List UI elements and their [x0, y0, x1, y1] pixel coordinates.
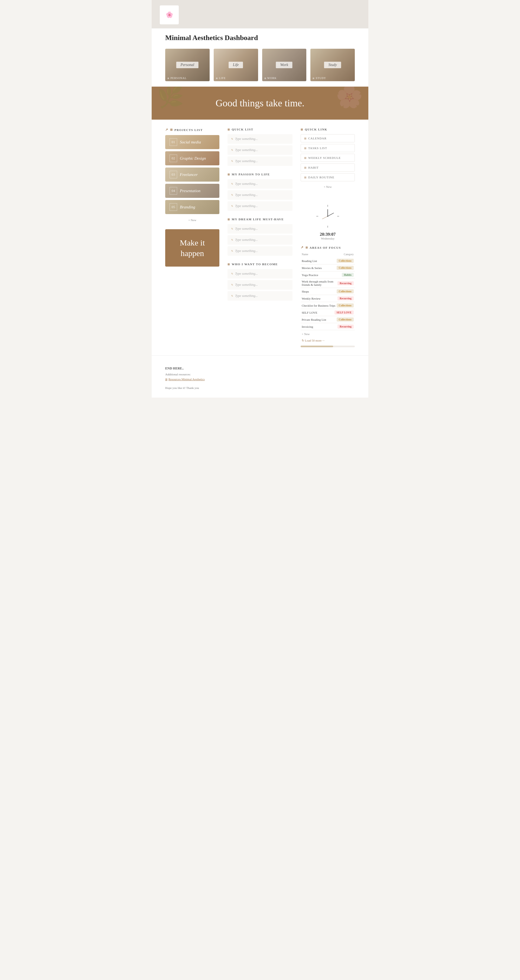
logo-icon: 🌸 [166, 11, 173, 18]
project-number-2: 02 [169, 154, 177, 162]
quick-links-title: ⊞ QUICK LINK [301, 128, 355, 131]
quick-link-tasks[interactable]: ⊞ TASKS LIST [301, 144, 355, 152]
card-study[interactable]: Study ⊞ Study [310, 49, 355, 81]
dream-life-item-3[interactable]: ✎ Type something... [228, 246, 292, 256]
area-badge-2: Collections [337, 266, 354, 270]
quick-link-habit[interactable]: ⊞ HABIT [301, 164, 355, 172]
list-check-icon-2: ✎ [231, 149, 233, 151]
quick-link-schedule-label: WEEKLY SCHEDULE [308, 156, 341, 159]
quick-list-item-3[interactable]: ✎ Type something... [228, 156, 292, 166]
svg-line-6 [322, 216, 328, 219]
banner-quote: Good things take time. [160, 97, 360, 109]
footer-end-label: END HERE.. [165, 366, 355, 371]
project-item-5[interactable]: 05 Branding [165, 200, 219, 214]
link-icon: ⊞ [165, 378, 167, 381]
svg-point-7 [327, 216, 328, 217]
project-item-3[interactable]: 03 Freelancer [165, 167, 219, 181]
footer-section: END HERE.. Additional resources: ⊞ Resou… [152, 355, 368, 398]
who-i-want-section: ⊞ WHO I WANT TO BECOME ✎ Type something.… [228, 262, 292, 301]
who-check-1: ✎ [231, 272, 233, 275]
card-study-label: Study [324, 62, 341, 68]
quick-list-item-1[interactable]: ✎ Type something... [228, 134, 292, 144]
main-title: Minimal Aesthetics Dashboard [165, 34, 355, 42]
clock-time: 20:39:07 [301, 232, 355, 237]
quick-links-add-new[interactable]: + New [301, 183, 355, 191]
quick-list-icon: ⊞ [228, 128, 230, 131]
areas-col-category: Category [344, 253, 354, 256]
area-row-10[interactable]: Invoicing Recurring [301, 323, 355, 330]
area-name-3: Yoga Practice [302, 274, 318, 277]
area-badge-10: Recurring [337, 325, 354, 329]
project-item-1[interactable]: 01 Social media [165, 135, 219, 149]
passion-item-2[interactable]: ✎ Type something... [228, 190, 292, 200]
dream-check-1: ✎ [231, 228, 233, 230]
area-row-6[interactable]: Weekly Review Recurring [301, 295, 355, 302]
area-row-9[interactable]: Private Reading List Collections [301, 316, 355, 323]
area-name-4: Work through emails from friends & famil… [302, 280, 337, 286]
projects-arrow-icon: ↗ [165, 128, 169, 132]
dream-life-item-2[interactable]: ✎ Type something... [228, 235, 292, 245]
areas-title: ↗ ⊞ Areas of focus [301, 245, 355, 250]
project-name-1: Social media [180, 140, 201, 145]
dream-text-3: Type something... [235, 249, 258, 253]
project-item-2[interactable]: 02 Graphic Design [165, 151, 219, 165]
area-row-2[interactable]: Movies & Series Collections [301, 264, 355, 272]
footer-resources-link[interactable]: ⊞ Resources Minimal Aesthetics [165, 377, 355, 381]
area-badge-4: Recurring [337, 281, 354, 285]
area-name-5: Shops [302, 290, 309, 293]
areas-col-name: Name [302, 253, 308, 256]
areas-section: ↗ ⊞ Areas of focus Name Category Reading… [301, 245, 355, 347]
clock-svg [314, 203, 341, 230]
projects-icon: ⊞ [170, 128, 173, 132]
area-name-1: Reading List [302, 259, 317, 262]
dream-life-item-1[interactable]: ✎ Type something... [228, 224, 292, 234]
who-i-want-item-3[interactable]: ✎ Type something... [228, 291, 292, 301]
who-i-want-item-1[interactable]: ✎ Type something... [228, 269, 292, 278]
dream-text-2: Type something... [235, 238, 258, 242]
passion-section: ⊞ MY PASSION TO LIFE ✎ Type something...… [228, 173, 292, 211]
passion-check-1: ✎ [231, 182, 233, 185]
passion-icon: ⊞ [228, 173, 230, 176]
areas-add-new[interactable]: + New [301, 330, 355, 338]
quick-link-schedule[interactable]: ⊞ WEEKLY SCHEDULE [301, 154, 355, 162]
who-i-want-item-2[interactable]: ✎ Type something... [228, 280, 292, 290]
dream-life-icon: ⊞ [228, 218, 230, 221]
areas-load-more[interactable]: ↻ Load 50 more ··· [301, 338, 355, 344]
projects-title: ↗ ⊞ PROJECTS LIST [165, 128, 219, 132]
area-row-4[interactable]: Work through emails from friends & famil… [301, 278, 355, 288]
card-work[interactable]: Work ⊞ Work [262, 49, 306, 81]
card-life-footer: ⊞ Life [216, 76, 226, 80]
clock-face [314, 203, 341, 230]
main-content: ↗ ⊞ PROJECTS LIST 01 Social media 02 Gra… [152, 119, 368, 355]
make-it-card: Make ithappen [165, 229, 219, 267]
logo: 🌸 [160, 5, 179, 24]
svg-line-5 [328, 213, 334, 216]
card-personal-label: Personal [176, 62, 199, 68]
project-item-4[interactable]: 04 Presentation [165, 184, 219, 198]
card-life[interactable]: Life ⊞ Life [214, 49, 258, 81]
quick-list-item-2[interactable]: ✎ Type something... [228, 145, 292, 155]
area-row-1[interactable]: Reading List Collections [301, 258, 355, 264]
clock-container: 20:39:07 Wednesday [301, 197, 355, 245]
area-name-2: Movies & Series [302, 266, 322, 270]
card-personal[interactable]: Personal ⊞ Personal [165, 49, 210, 81]
area-row-7[interactable]: Checklist for Business Trips Collections [301, 302, 355, 309]
area-row-3[interactable]: Yoga Practice Habits [301, 272, 355, 278]
passion-item-1[interactable]: ✎ Type something... [228, 179, 292, 189]
area-name-6: Weekly Review [302, 297, 321, 300]
banner: 🌿 Good things take time. 🌸 [152, 87, 368, 119]
project-name-2: Graphic Design [180, 156, 206, 161]
projects-add-new[interactable]: + New [165, 216, 219, 224]
area-row-5[interactable]: Shops Collections [301, 288, 355, 295]
area-row-8[interactable]: SELF LOVE SELF LOVE [301, 309, 355, 316]
project-number-3: 03 [169, 171, 177, 178]
quick-link-routine[interactable]: ⊞ DAILY ROUTINE [301, 173, 355, 181]
right-column: ⊞ QUICK LINK ⊞ CALENDAR ⊞ TASKS LIST ⊞ W… [301, 128, 355, 347]
area-badge-8: SELF LOVE [335, 310, 354, 315]
quick-list-section: ⊞ QUICK LIST ✎ Type something... ✎ Type … [228, 128, 292, 166]
quick-link-calendar[interactable]: ⊞ CALENDAR [301, 134, 355, 142]
quick-list-text-2: Type something... [235, 148, 258, 152]
quick-link-routine-label: DAILY ROUTINE [308, 176, 335, 179]
passion-item-3[interactable]: ✎ Type something... [228, 201, 292, 211]
area-name-8: SELF LOVE [302, 311, 317, 314]
